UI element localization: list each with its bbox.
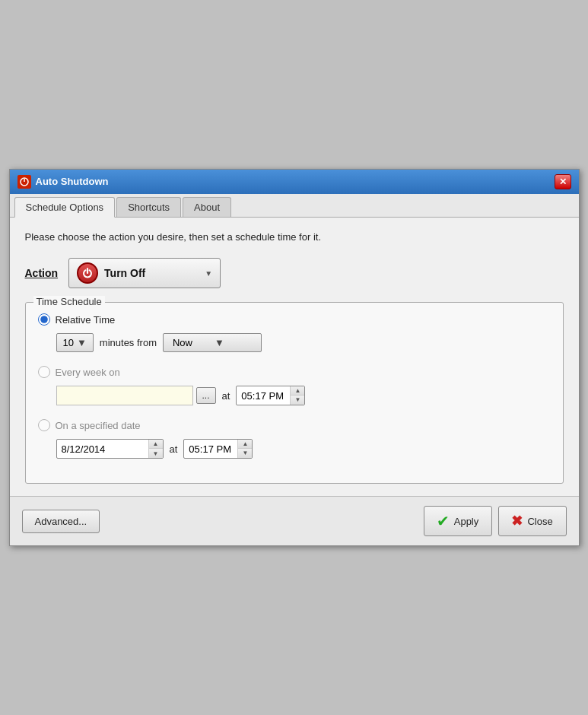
specified-date-controls: ▲ ▼ at ▲ ▼ [56, 439, 551, 459]
specified-date-time-down[interactable]: ▼ [238, 449, 252, 458]
minutes-from-label: minutes from [100, 337, 157, 348]
browse-button[interactable]: ... [196, 387, 216, 404]
from-dropdown-arrow: ▼ [215, 337, 252, 348]
week-day-field[interactable] [56, 386, 193, 405]
title-bar: Auto Shutdown ✕ [10, 170, 579, 194]
date-picker-arrows: ▲ ▼ [148, 440, 163, 458]
action-label: Action [25, 267, 59, 279]
from-value: Now [173, 337, 210, 348]
every-week-time-down[interactable]: ▼ [291, 396, 304, 405]
specified-date-time-up[interactable]: ▲ [238, 440, 252, 449]
specified-date-time-input: ▲ ▼ [183, 439, 253, 459]
every-week-spinner: ▲ ▼ [290, 386, 304, 405]
every-week-label: Every week on [56, 367, 120, 378]
action-dropdown-arrow: ▼ [205, 269, 212, 278]
app-icon [17, 175, 31, 189]
every-week-radio[interactable] [38, 366, 50, 378]
time-schedule-group: Time Schedule Relative Time 10 ▼ minutes… [25, 302, 564, 484]
close-label: Close [527, 516, 552, 527]
action-row: Action Turn Off ▼ [25, 258, 564, 288]
relative-time-controls: 10 ▼ minutes from Now ▼ [56, 333, 551, 352]
relative-time-radio[interactable] [38, 313, 50, 326]
close-x-icon: ✖ [511, 513, 523, 529]
every-week-time-input: ▲ ▼ [236, 386, 305, 405]
tab-about[interactable]: About [183, 197, 231, 217]
every-week-time-field[interactable] [237, 388, 290, 404]
action-dropdown[interactable]: Turn Off ▼ [68, 258, 221, 288]
action-value: Turn Off [104, 267, 199, 279]
from-dropdown[interactable]: Now ▼ [163, 333, 262, 352]
specified-date-at-label: at [170, 443, 178, 455]
main-window: Auto Shutdown ✕ Schedule Options Shortcu… [9, 169, 580, 547]
minutes-dropdown[interactable]: 10 ▼ [56, 333, 94, 352]
date-down-button[interactable]: ▼ [149, 449, 163, 458]
specified-date-spinner: ▲ ▼ [237, 440, 252, 458]
tab-schedule-options[interactable]: Schedule Options [14, 197, 116, 218]
window-close-button[interactable]: ✕ [555, 174, 571, 189]
tab-shortcuts[interactable]: Shortcuts [116, 197, 181, 217]
date-field[interactable] [57, 441, 148, 457]
every-week-time-up[interactable]: ▲ [291, 386, 304, 396]
week-day-row: ... [56, 386, 216, 405]
tab-content: Please choose the action you desire, the… [10, 218, 579, 497]
relative-time-section: Relative Time 10 ▼ minutes from Now ▼ [38, 313, 551, 352]
specified-date-radio-row: On a specified date [38, 419, 551, 431]
advanced-button[interactable]: Advanced... [22, 510, 100, 533]
relative-time-label: Relative Time [56, 314, 116, 326]
every-week-at-label: at [222, 390, 230, 402]
every-week-controls: ... at ▲ ▼ [56, 386, 551, 405]
description-text: Please choose the action you desire, the… [25, 230, 564, 245]
minutes-value: 10 [63, 337, 74, 348]
date-picker: ▲ ▼ [56, 439, 164, 459]
apply-check-icon: ✔ [437, 512, 450, 530]
minutes-dropdown-arrow: ▼ [77, 337, 87, 348]
date-up-button[interactable]: ▲ [149, 440, 163, 449]
tab-bar: Schedule Options Shortcuts About [10, 194, 579, 218]
every-week-section: Every week on ... at ▲ ▼ [38, 366, 551, 405]
footer: Advanced... ✔ Apply ✖ Close [10, 496, 579, 545]
every-week-radio-row: Every week on [38, 366, 551, 378]
specified-date-section: On a specified date ▲ ▼ at ▲ [38, 419, 551, 459]
specified-date-radio[interactable] [38, 419, 50, 431]
specified-date-time-field[interactable] [184, 441, 237, 457]
window-title: Auto Shutdown [36, 176, 109, 187]
relative-time-radio-row: Relative Time [38, 313, 551, 326]
specified-date-label: On a specified date [56, 420, 141, 431]
time-schedule-label: Time Schedule [33, 296, 105, 307]
power-button-icon [77, 262, 98, 284]
footer-left: Advanced... [22, 510, 100, 533]
footer-right: ✔ Apply ✖ Close [424, 506, 567, 536]
title-bar-left: Auto Shutdown [17, 175, 109, 189]
apply-button[interactable]: ✔ Apply [424, 506, 492, 536]
apply-label: Apply [454, 516, 479, 527]
close-button[interactable]: ✖ Close [498, 506, 567, 536]
